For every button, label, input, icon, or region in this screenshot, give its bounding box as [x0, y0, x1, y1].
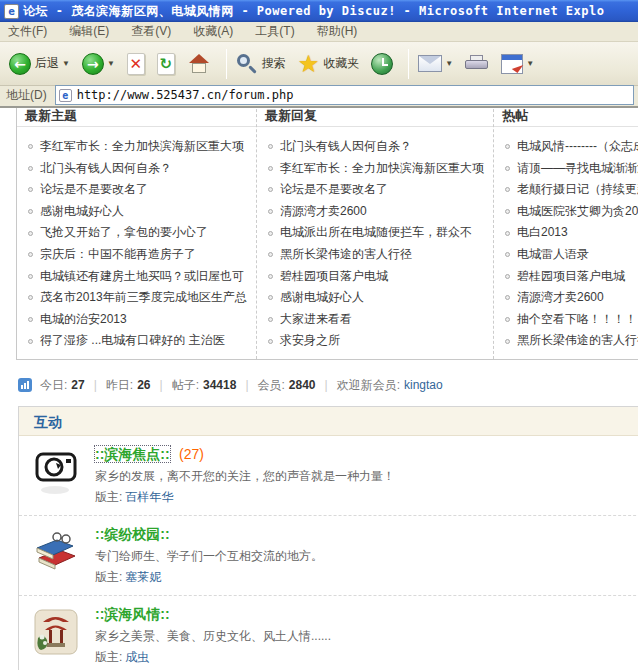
newest-member-link[interactable]: kingtao [404, 378, 443, 392]
forward-button[interactable]: → ▼ [79, 46, 118, 82]
menu-edit[interactable]: 编辑(E) [69, 23, 109, 40]
topic-link[interactable]: 论坛是不是要改名了 [40, 179, 148, 201]
panel-header-hot-posts[interactable]: 热帖 [494, 108, 638, 127]
topic-link[interactable]: 电城的治安2013 [40, 309, 127, 331]
mail-dropdown-icon[interactable]: ▼ [445, 59, 453, 68]
topic-link[interactable]: 黑所长梁伟途的害人行径 [280, 244, 412, 266]
topic-link[interactable]: 黑所长梁伟途的害人行径 [517, 330, 638, 352]
topic-item[interactable]: 电白2013 [505, 222, 638, 244]
topic-item[interactable]: 黑所长梁伟途的害人行径 [268, 244, 489, 266]
topic-item[interactable]: 李红军市长：全力加快滨海新区重大项 [268, 158, 489, 180]
topic-link[interactable]: 感谢电城好心人 [40, 201, 124, 223]
topic-item[interactable]: 电城风情--------（众志成 [505, 136, 638, 158]
topic-link[interactable]: 飞抢又开始了，拿包的要小心了 [40, 222, 208, 244]
topic-link[interactable]: 宗庆后：中国不能再造房子了 [40, 244, 196, 266]
topic-item[interactable]: 电城雷人语录 [505, 244, 638, 266]
topic-link[interactable]: 茂名市2013年前三季度完成地区生产总 [40, 287, 247, 309]
panel-header-latest-replies[interactable]: 最新回复 [257, 108, 493, 127]
edit-dropdown-icon[interactable]: ▼ [526, 59, 534, 68]
topic-item[interactable]: 电城派出所在电城随便拦车，群众不 [268, 222, 489, 244]
topic-link[interactable]: 北门头有钱人因何自杀？ [40, 158, 172, 180]
topic-link[interactable]: 老颠行摄日记（持续更新 [517, 179, 638, 201]
topic-link[interactable]: 请顶——寻找电城渐渐消 [517, 158, 638, 180]
menu-favorites[interactable]: 收藏(A) [193, 23, 233, 40]
history-button[interactable] [368, 46, 396, 82]
topic-item[interactable]: 碧桂园项目落户电城 [505, 266, 638, 288]
forum-link-binhai-charm[interactable]: ::滨海风情:: [95, 606, 170, 622]
topic-item[interactable]: 清源湾才卖2600 [268, 201, 489, 223]
section-header[interactable]: 互动 [19, 407, 638, 436]
address-input[interactable]: e http://www.525437.cn/forum.php [55, 85, 634, 105]
topic-item[interactable]: 老颠行摄日记（持续更新 [505, 179, 638, 201]
topic-item[interactable]: 宗庆后：中国不能再造房子了 [28, 244, 252, 266]
topic-link[interactable]: 大家进来看看 [280, 309, 352, 331]
topic-link[interactable]: 碧桂园项目落户电城 [280, 266, 388, 288]
topic-item[interactable]: 求安身之所 [268, 330, 489, 352]
topic-link[interactable]: 清源湾才卖2600 [517, 287, 604, 309]
topic-item[interactable]: 电城镇还有建房土地买吗？或旧屋也可 [28, 266, 252, 288]
menu-tools[interactable]: 工具(T) [255, 23, 294, 40]
topic-link[interactable]: 碧桂园项目落户电城 [517, 266, 625, 288]
moderator-link[interactable]: 塞莱妮 [125, 570, 161, 584]
topic-link[interactable]: 抽个空看下咯！！！！ [517, 309, 637, 331]
topic-link[interactable]: 电城医院张艾卿为贪20万 [517, 201, 638, 223]
forward-dropdown-icon[interactable]: ▼ [107, 59, 115, 68]
topic-item[interactable]: 论坛是不是要改名了 [28, 179, 252, 201]
topic-link[interactable]: 得了湿疹 ...电城有口碑好的 主治医 [40, 330, 225, 352]
back-dropdown-icon[interactable]: ▼ [62, 59, 70, 68]
topic-item[interactable]: 北门头有钱人因何自杀？ [268, 136, 489, 158]
topic-link[interactable]: 电城派出所在电城随便拦车，群众不 [280, 222, 472, 244]
moderator-link[interactable]: 百样年华 [125, 490, 173, 504]
panel-header-latest-topics[interactable]: 最新主题 [17, 108, 256, 127]
topic-item[interactable]: 李红军市长：全力加快滨海新区重大项 [28, 136, 252, 158]
section-title[interactable]: 互动 [34, 414, 62, 430]
topic-link[interactable]: 李红军市长：全力加快滨海新区重大项 [40, 136, 244, 158]
home-button[interactable] [184, 46, 214, 82]
topic-link[interactable]: 李红军市长：全力加快滨海新区重大项 [280, 158, 484, 180]
topic-item[interactable]: 得了湿疹 ...电城有口碑好的 主治医 [28, 330, 252, 352]
topic-item[interactable]: 黑所长梁伟途的害人行径 [505, 330, 638, 352]
topic-link[interactable]: 论坛是不是要改名了 [280, 179, 388, 201]
topic-link[interactable]: 求安身之所 [280, 330, 340, 352]
topic-link[interactable]: 感谢电城好心人 [280, 287, 364, 309]
topic-item[interactable]: 飞抢又开始了，拿包的要小心了 [28, 222, 252, 244]
topic-item[interactable]: 感谢电城好心人 [28, 201, 252, 223]
topic-item[interactable]: 论坛是不是要改名了 [268, 179, 489, 201]
menu-help[interactable]: 帮助(H) [317, 23, 358, 40]
topic-item[interactable]: 茂名市2013年前三季度完成地区生产总 [28, 287, 252, 309]
camera-icon[interactable] [33, 448, 79, 496]
bullet-icon [505, 187, 510, 192]
menu-view[interactable]: 查看(V) [131, 23, 171, 40]
topic-link[interactable]: 电城风情--------（众志成 [517, 136, 638, 158]
topic-item[interactable]: 电城医院张艾卿为贪20万 [505, 201, 638, 223]
topic-link[interactable]: 电城雷人语录 [517, 244, 589, 266]
menu-file[interactable]: 文件(F) [8, 23, 47, 40]
forum-link-binhai-focus[interactable]: ::滨海焦点:: [95, 446, 170, 462]
topic-link[interactable]: 清源湾才卖2600 [280, 201, 367, 223]
print-button[interactable] [462, 46, 492, 82]
url-text[interactable]: http://www.525437.cn/forum.php [77, 88, 294, 102]
topic-item[interactable]: 大家进来看看 [268, 309, 489, 331]
topic-link[interactable]: 北门头有钱人因何自杀？ [280, 136, 412, 158]
topic-item[interactable]: 碧桂园项目落户电城 [268, 266, 489, 288]
mail-button[interactable]: ▼ [415, 46, 456, 82]
pavilion-icon[interactable] [33, 608, 79, 656]
books-icon[interactable] [33, 528, 79, 576]
topic-link[interactable]: 电白2013 [517, 222, 568, 244]
search-button[interactable]: 搜索 [233, 46, 289, 82]
favorites-button[interactable]: ★ 收藏夹 [295, 46, 363, 82]
forum-row-campus: ::缤纷校园:: 专门给师生、学子们一个互相交流的地方。 版主:塞莱妮 [19, 515, 638, 595]
edit-button[interactable]: ▼ [498, 46, 537, 82]
forum-link-campus[interactable]: ::缤纷校园:: [95, 526, 170, 542]
refresh-button[interactable]: ↻ [154, 46, 178, 82]
topic-link[interactable]: 电城镇还有建房土地买吗？或旧屋也可 [40, 266, 244, 288]
topic-item[interactable]: 抽个空看下咯！！！！ [505, 309, 638, 331]
topic-item[interactable]: 请顶——寻找电城渐渐消 [505, 158, 638, 180]
topic-item[interactable]: 感谢电城好心人 [268, 287, 489, 309]
moderator-link[interactable]: 成虫 [125, 650, 149, 664]
topic-item[interactable]: 电城的治安2013 [28, 309, 252, 331]
back-button[interactable]: ← 后退 ▼ [6, 46, 73, 82]
topic-item[interactable]: 清源湾才卖2600 [505, 287, 638, 309]
stop-button[interactable]: ✕ [124, 46, 148, 82]
topic-item[interactable]: 北门头有钱人因何自杀？ [28, 158, 252, 180]
